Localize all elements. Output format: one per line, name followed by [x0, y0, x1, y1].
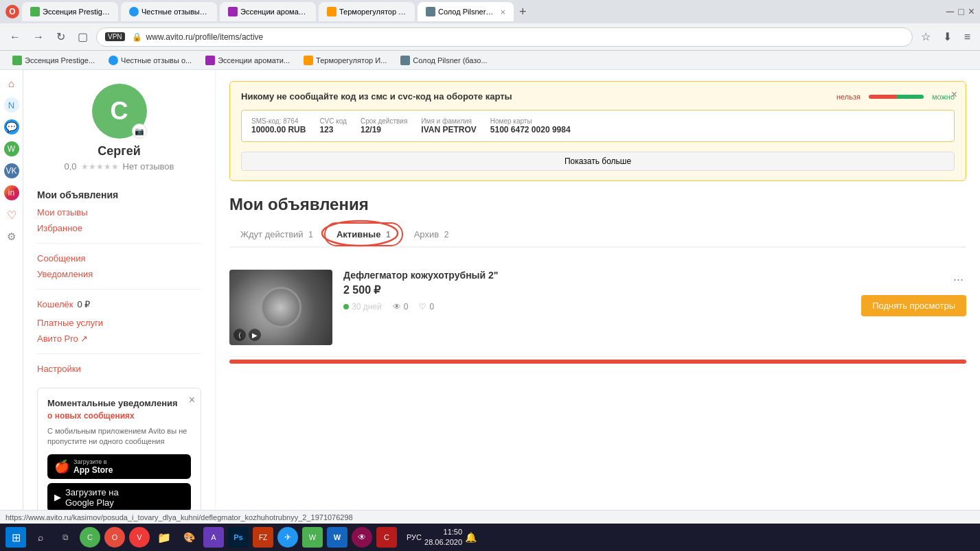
expiry-field: Срок действия 12/19 — [361, 117, 407, 134]
start-button[interactable]: ⊞ — [5, 527, 26, 548]
bookmark-2[interactable]: Честные отзывы о... — [104, 54, 196, 67]
home-button[interactable]: ▢ — [73, 27, 92, 46]
warning-close-button[interactable]: × — [951, 89, 957, 101]
sms-amount: 10000.00 RUB — [251, 125, 306, 134]
bookmark-4[interactable]: Терморегулятор И... — [299, 54, 391, 67]
cvc-label: CVC код — [319, 117, 347, 125]
paid-services-link[interactable]: Платные услуги — [37, 315, 201, 331]
bookmark-1[interactable]: Эссенция Prestige... — [8, 54, 99, 67]
warning-impossible-label: нельзя — [836, 93, 861, 101]
new-tab-button[interactable]: + — [516, 5, 529, 19]
notification-tray-icon[interactable]: 🔔 — [465, 532, 477, 543]
messages-link[interactable]: Сообщения — [37, 250, 201, 266]
restore-button[interactable]: □ — [958, 6, 964, 17]
opera-icon[interactable]: O — [5, 5, 19, 19]
notification-close-button[interactable]: × — [189, 394, 195, 406]
bookmark-3-icon — [205, 56, 215, 65]
tab-1-label: Эссенция Prestige... — [43, 8, 110, 16]
tab-5[interactable]: Солод Pilsner (базо... × — [418, 2, 514, 21]
refresh-button[interactable]: ↻ — [52, 27, 69, 46]
tab-2[interactable]: Честные отзывы о... — [121, 2, 217, 21]
avatar-camera-button[interactable]: 📷 — [132, 124, 147, 139]
expiry-label: Срок действия — [361, 117, 407, 125]
bookmark-2-label: Честные отзывы о... — [121, 56, 192, 65]
tab-5-close[interactable]: × — [500, 7, 505, 17]
active-dot — [343, 304, 349, 309]
task-view-button[interactable]: ⧉ — [55, 527, 76, 548]
tab-waiting[interactable]: Ждут действий 1 — [229, 224, 324, 245]
my-reviews-link[interactable]: Мои отзывы — [37, 204, 201, 220]
bookmark-5[interactable]: Солод Pilsner (базо... — [396, 54, 491, 67]
taskbar-app6-icon[interactable]: A — [203, 527, 224, 548]
sidebar-vk-icon[interactable]: VK — [4, 163, 19, 178]
taskbar-word-icon[interactable]: W — [327, 527, 347, 548]
app-store-label: App Store — [73, 465, 113, 475]
settings-link[interactable]: Настройки — [37, 361, 201, 377]
taskbar-paint-icon[interactable]: 🎨 — [179, 527, 199, 548]
menu-button[interactable]: ≡ — [960, 28, 975, 46]
ad-meta: 30 дней 👁 0 ♡ 0 — [343, 302, 850, 312]
tab-3[interactable]: Эссенции аромати... — [220, 2, 316, 21]
bookmark-3[interactable]: Эссенции аромати... — [201, 54, 294, 67]
sidebar-instagram-icon[interactable]: in — [4, 185, 19, 200]
address-bar[interactable]: VPN 🔒 www.avito.ru/profile/items/active — [96, 27, 913, 47]
boost-button[interactable]: Поднять просмотры — [861, 295, 966, 316]
taskbar-vivaldi-icon[interactable]: V — [129, 527, 150, 548]
google-play-text: Загрузите на Google Play — [65, 487, 119, 508]
thumb-play-button[interactable]: ▶ — [249, 329, 261, 341]
my-ads-section-title: Мои объявления — [37, 189, 201, 200]
tab-1[interactable]: Эссенция Prestige... — [22, 2, 118, 21]
sidebar-home-icon[interactable]: ⌂ — [4, 75, 19, 91]
taskbar-app12-icon[interactable]: 👁 — [352, 527, 372, 548]
sidebar-whatsapp-icon[interactable]: W — [4, 141, 19, 156]
notification-title: Моментальные уведомления — [47, 398, 191, 410]
download-button[interactable]: ⬇ — [939, 27, 956, 46]
tab-4-label: Терморегулятор И... — [339, 8, 407, 16]
taskbar-ps-icon[interactable]: Ps — [228, 527, 249, 548]
google-play-button[interactable]: ▶ Загрузите на Google Play — [47, 483, 191, 510]
tab-archive[interactable]: Архив 2 — [403, 224, 460, 245]
sidebar-settings-icon[interactable]: ⚙ — [4, 229, 19, 244]
ad-more-button[interactable]: ··· — [950, 270, 966, 290]
ad-title[interactable]: Дефлегматор кожухотрубный 2" — [343, 270, 850, 281]
close-button[interactable]: × — [968, 5, 975, 18]
tab-5-favicon — [426, 7, 435, 16]
tab-4[interactable]: Терморегулятор И... — [319, 2, 415, 21]
thumb-prev-button[interactable]: ⟨ — [233, 329, 246, 341]
ads-tabs: Ждут действий 1 Активные 1 Архив 2 — [229, 222, 966, 248]
ad-actions: ··· Поднять просмотры — [861, 270, 966, 316]
taskbar-telegram-icon[interactable]: ✈ — [277, 527, 298, 548]
bookmarks-button[interactable]: ☆ — [917, 27, 935, 46]
my-ads-title: Мои объявления — [229, 195, 966, 214]
sidebar-favorites-icon[interactable]: ♡ — [4, 207, 19, 222]
sidebar-messenger-icon[interactable]: 💬 — [4, 119, 19, 134]
heart-icon: ♡ — [419, 302, 426, 312]
show-more-button[interactable]: Показать больше — [241, 152, 955, 171]
card-row-1: SMS-код: 8764 10000.00 RUB CVC код 123 С… — [251, 117, 944, 134]
tab-bar: O Эссенция Prestige... Честные отзывы о.… — [0, 0, 980, 23]
tab-active[interactable]: Активные 1 — [324, 222, 403, 246]
taskbar-opera-icon[interactable]: O — [104, 527, 125, 548]
minimize-button[interactable]: ─ — [946, 5, 954, 18]
tab-3-label: Эссенции аромати... — [240, 8, 308, 16]
sidebar-news-icon[interactable]: N — [4, 97, 19, 113]
forward-button[interactable]: → — [29, 28, 48, 46]
wallet-link[interactable]: Кошелёк — [37, 296, 73, 312]
taskbar-explorer-icon[interactable]: 📁 — [154, 527, 174, 548]
taskbar-app13-icon[interactable]: C — [376, 527, 397, 548]
tab-archive-label: Архив — [414, 229, 439, 239]
avito-pro-link[interactable]: Авито Pro ↗ — [37, 331, 201, 347]
taskbar-app10-icon[interactable]: W — [302, 527, 323, 548]
tab-5-label: Солод Pilsner (базо... — [438, 8, 494, 16]
notifications-link[interactable]: Уведомления — [37, 266, 201, 282]
tab-2-label: Честные отзывы о... — [141, 8, 209, 16]
favorites-link[interactable]: Избранное — [37, 220, 201, 236]
browser-chrome: O Эссенция Prestige... Честные отзывы о.… — [0, 0, 980, 70]
thumb-controls: ⟨ ▶ — [233, 329, 261, 341]
search-button[interactable]: ⌕ — [30, 527, 51, 548]
taskbar-filezilla-icon[interactable]: FZ — [253, 527, 273, 548]
taskbar-chrome-icon[interactable]: C — [80, 527, 100, 548]
app-store-button[interactable]: 🍎 Загрузите в App Store — [47, 454, 191, 479]
ad-days: 30 дней — [343, 302, 382, 312]
back-button[interactable]: ← — [5, 28, 25, 46]
